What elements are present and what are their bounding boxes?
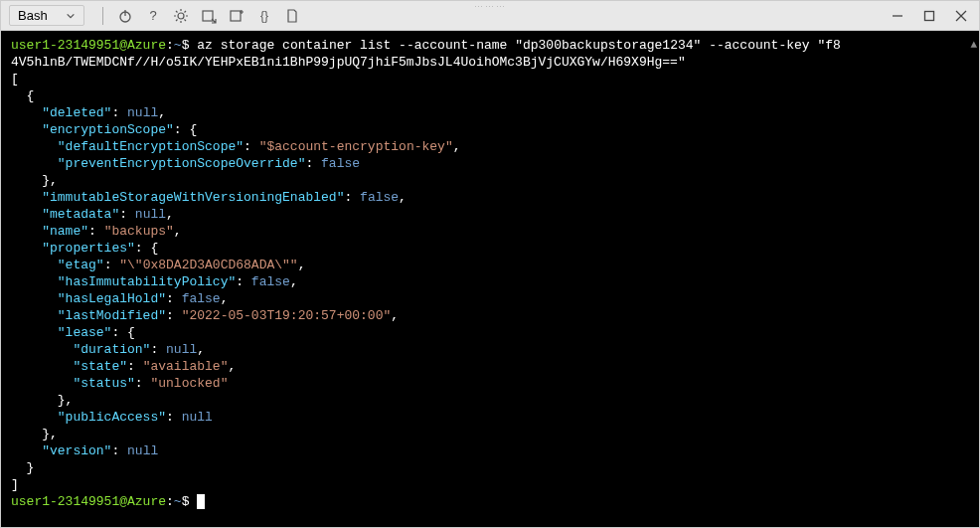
command-line-1: az storage container list --account-name…	[197, 38, 841, 53]
maximize-button[interactable]	[919, 6, 939, 26]
upload-icon[interactable]	[197, 4, 221, 28]
svg-point-3	[178, 13, 184, 19]
new-file-icon[interactable]	[225, 4, 248, 28]
scroll-up-icon[interactable]: ▲	[970, 37, 977, 54]
document-icon[interactable]	[280, 4, 304, 28]
minimize-button[interactable]	[888, 6, 907, 26]
divider	[102, 7, 103, 25]
drag-handle[interactable]: ⋯⋯⋯	[474, 2, 507, 12]
toolbar: ⋯⋯⋯ Bash ? {}	[1, 1, 979, 31]
svg-text:{}: {}	[260, 9, 268, 23]
svg-rect-8	[925, 11, 934, 20]
shell-name: Bash	[18, 8, 48, 23]
help-icon[interactable]: ?	[141, 4, 165, 28]
cursor	[197, 494, 205, 509]
cloud-shell-window: ⋯⋯⋯ Bash ? {}	[0, 0, 980, 528]
gear-icon[interactable]	[169, 4, 193, 28]
shell-selector[interactable]: Bash	[9, 5, 84, 26]
command-line-2: 4V5hlnB/TWEMDCNf//H/o5IK/YEHPxEB1ni1BhP9…	[11, 55, 686, 70]
terminal-output[interactable]: ▲user1-23149951@Azure:~$ az storage cont…	[1, 31, 979, 527]
chevron-down-icon	[66, 11, 76, 21]
prompt-user: user1-23149951@Azure	[11, 38, 166, 53]
svg-rect-4	[203, 11, 213, 21]
braces-icon[interactable]: {}	[252, 4, 276, 28]
close-button[interactable]	[951, 6, 971, 26]
power-icon[interactable]	[113, 4, 137, 28]
prompt-user-2: user1-23149951@Azure	[11, 494, 166, 509]
svg-text:?: ?	[149, 8, 156, 23]
prompt-path: ~	[174, 38, 182, 53]
svg-rect-5	[231, 11, 241, 21]
